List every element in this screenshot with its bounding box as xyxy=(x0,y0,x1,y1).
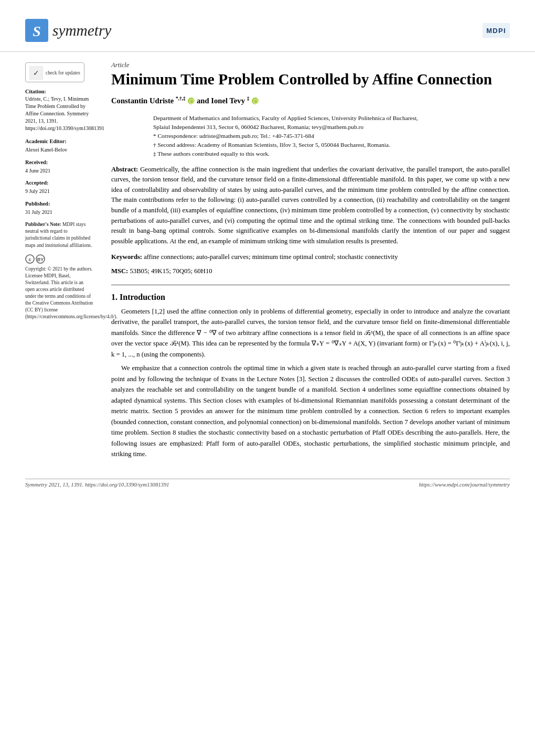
received-value: 4 June 2021 xyxy=(25,167,93,175)
page-header: S symmetry MDPI xyxy=(0,19,535,52)
published-value: 31 July 2021 xyxy=(25,209,93,217)
msc-label: MSC: xyxy=(111,267,128,275)
accepted-label: Accepted: xyxy=(25,179,93,187)
abstract-text: Geometrically, the affine connection is … xyxy=(111,166,510,245)
cc-license-block: c BY Copyright: © 2021 by the authors. L… xyxy=(25,254,93,320)
affiliation-line-1: Department of Mathematics and Informatic… xyxy=(153,114,510,123)
article-type-label: Article xyxy=(111,61,510,69)
svg-text:MDPI: MDPI xyxy=(486,27,506,35)
keywords-block: Keywords: affine connections; auto-paral… xyxy=(111,252,510,262)
symmetry-s-icon: S xyxy=(25,19,48,42)
citation-label: Citation: xyxy=(25,88,93,95)
accepted-block: Accepted: 9 July 2021 xyxy=(25,179,93,196)
affiliation-line-3: * Correspondence: udriste@mathem.pub.ro;… xyxy=(153,132,510,141)
citation-block: Citation: Udriste, C.; Tevy, I. Minimum … xyxy=(25,88,93,132)
keywords-label: Keywords: xyxy=(111,253,142,261)
affiliation-block: Department of Mathematics and Informatic… xyxy=(111,114,510,158)
abstract-block: Abstract: Geometrically, the affine conn… xyxy=(111,165,510,247)
affiliation-line-5: ‡ These authors contributed equally to t… xyxy=(153,149,510,158)
citation-text: Udriste, C.; Tevy, I. Minimum Time Probl… xyxy=(25,95,93,132)
affiliation-line-2: Splaiul Independentei 313, Sector 6, 060… xyxy=(153,123,510,132)
crossmark-icon: ✓ xyxy=(29,66,43,80)
author-and: and Ionel Tevy xyxy=(197,96,247,105)
intro-para-2: We emphasize that a connection controls … xyxy=(111,363,510,460)
academic-editor-value: Alexei Kanel-Belov xyxy=(25,146,93,154)
footer-right: https://www.mdpi.com/journal/symmetry xyxy=(419,482,510,488)
academic-editor-block: Academic Editor: Alexei Kanel-Belov xyxy=(25,137,93,154)
intro-para-1: Geometers [1,2] used the affine connecti… xyxy=(111,306,510,360)
published-label: Published: xyxy=(25,200,93,208)
msc-text: 53B05; 49K15; 70Q05; 60H10 xyxy=(130,267,212,275)
abstract-label: Abstract: xyxy=(111,166,138,173)
article-content: Article Minimum Time Problem Controlled … xyxy=(101,52,535,463)
sidebar: ✓ check for updates Citation: Udriste, C… xyxy=(0,52,101,463)
check-updates-badge[interactable]: ✓ check for updates xyxy=(25,62,84,82)
creative-commons-icon: c BY xyxy=(25,254,45,264)
author-udriste: Constantin Udriste *,†,‡ xyxy=(111,96,186,105)
msc-block: MSC: 53B05; 49K15; 70Q05; 60H10 xyxy=(111,266,510,276)
cc-icon: c BY xyxy=(25,254,93,264)
publisher-note-label: Publisher's Note: xyxy=(25,222,61,227)
received-block: Received: 4 June 2021 xyxy=(25,158,93,175)
tevy-sup: ‡ xyxy=(247,96,250,101)
divider xyxy=(111,285,510,285)
intro-heading: 1. Introduction xyxy=(111,293,510,302)
orcid-icon-tevy xyxy=(252,98,259,104)
academic-editor-label: Academic Editor: xyxy=(25,137,93,145)
copyright-text: Copyright: © 2021 by the authors. Licens… xyxy=(25,266,93,320)
svg-text:BY: BY xyxy=(37,257,44,262)
affiliation-line-4: † Second address: Academy of Romanian Sc… xyxy=(153,141,510,149)
page-footer: Symmetry 2021, 13, 1391. https://doi.org… xyxy=(25,479,510,488)
symmetry-logo: S symmetry xyxy=(25,19,111,42)
svg-text:✓: ✓ xyxy=(33,69,39,77)
footer-left: Symmetry 2021, 13, 1391. https://doi.org… xyxy=(25,482,169,488)
mdpi-logo: MDPI xyxy=(483,19,510,42)
svg-text:c: c xyxy=(28,257,31,262)
published-block: Published: 31 July 2021 xyxy=(25,200,93,217)
check-updates-label: check for updates xyxy=(46,70,80,76)
keywords-text: affine connections; auto-parallel curves… xyxy=(144,253,398,261)
svg-text:S: S xyxy=(33,23,41,39)
received-label: Received: xyxy=(25,158,93,166)
journal-name: symmetry xyxy=(52,22,111,39)
main-content: ✓ check for updates Citation: Udriste, C… xyxy=(0,52,535,463)
article-title: Minimum Time Problem Controlled by Affin… xyxy=(111,70,510,89)
orcid-icon-udriste xyxy=(188,98,195,104)
authors-line: Constantin Udriste *,†,‡ and Ionel Tevy … xyxy=(111,95,510,106)
accepted-value: 9 July 2021 xyxy=(25,188,93,196)
publisher-note: Publisher's Note: MDPI stays neutral wit… xyxy=(25,221,93,249)
